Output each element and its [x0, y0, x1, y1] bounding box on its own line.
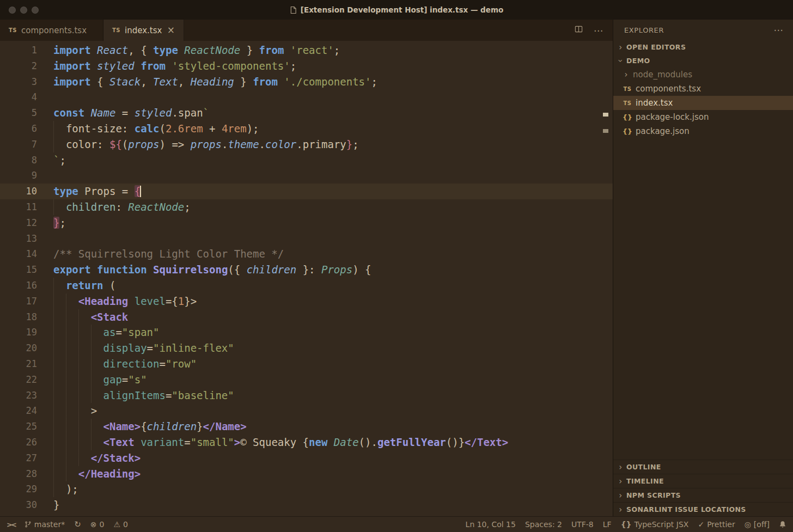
minimize-button[interactable] [20, 7, 27, 14]
code-line[interactable]: 22gap="s" [0, 372, 613, 388]
code-token: ) { [352, 264, 371, 276]
status-label: 0 [99, 520, 104, 529]
code-line[interactable]: 4 [0, 89, 613, 105]
split-editor-icon[interactable] [575, 25, 583, 35]
code-token: <Text [103, 436, 135, 448]
panel-sonarlint-issue-locations[interactable]: SONARLINT ISSUE LOCATIONS [613, 502, 793, 516]
status-sync-icon[interactable]: ↻ [74, 519, 81, 529]
panel-timeline[interactable]: TIMELINE [613, 474, 793, 488]
code-token: .span [172, 107, 203, 119]
file-tree-item-package-json[interactable]: {}package.json [613, 124, 793, 138]
code-line[interactable]: 17<Heading level={1}> [0, 293, 613, 309]
code-line-content: const Name = styled.span` [37, 105, 613, 121]
code-token [327, 436, 333, 448]
status-typescript-jsx[interactable]: {}TypeScript JSX [621, 520, 689, 529]
code-token: "small" [191, 436, 234, 448]
code-token: } [197, 420, 203, 432]
code-line-content: import { Stack, Text, Heading } from './… [37, 74, 613, 90]
indent-guides [53, 325, 103, 340]
panel-npm-scripts[interactable]: NPM SCRIPTS [613, 488, 793, 502]
indent-guides [53, 137, 66, 152]
code-line[interactable]: 5const Name = styled.span` [0, 105, 613, 121]
code-line[interactable]: 28</Heading> [0, 466, 613, 482]
code-line[interactable]: 23alignItems="baseline" [0, 388, 613, 403]
code-line[interactable]: 29); [0, 481, 613, 497]
status-master[interactable]: master* [25, 520, 65, 529]
code-line[interactable]: 2import styled from 'styled-components'; [0, 58, 613, 74]
more-actions-icon[interactable] [594, 25, 603, 36]
code-line[interactable]: 31 [0, 513, 613, 516]
code-line[interactable]: 25<Name>{children}</Name> [0, 419, 613, 435]
code-line-content: alignItems="baseline" [37, 388, 613, 403]
code-line[interactable]: 21direction="row" [0, 356, 613, 372]
code-line-content: `; [37, 152, 613, 168]
line-number: 15 [0, 262, 37, 278]
code-line[interactable]: 6font-size: calc(2.6rem + 4rem); [0, 121, 613, 137]
status-utf-8[interactable]: UTF-8 [571, 520, 594, 529]
code-line[interactable]: 27</Stack> [0, 450, 613, 466]
status-0[interactable]: ⚠0 [113, 520, 127, 529]
code-token [135, 60, 141, 72]
file-tree-item-package-lock-json[interactable]: {}package-lock.json [613, 110, 793, 124]
line-number: 30 [0, 497, 37, 513]
section-open-editors[interactable]: OPEN EDITORS [613, 40, 793, 54]
code-token: Props [84, 185, 115, 197]
tab-components-tsx[interactable]: components.tsx [0, 20, 103, 41]
file-tree-item-components-tsx[interactable]: TScomponents.tsx [613, 82, 793, 96]
code-token: ); [66, 483, 78, 495]
code-token: </Name> [203, 420, 247, 432]
code-line[interactable]: 9 [0, 168, 613, 184]
panel-outline[interactable]: OUTLINE [613, 460, 793, 474]
line-number: 13 [0, 231, 37, 247]
code-line-content: export function Squirrelsong({ children … [37, 262, 613, 278]
typescript-file-icon [112, 27, 120, 33]
code-line[interactable]: 30} [0, 497, 613, 513]
status-ln-10-col-15[interactable]: Ln 10, Col 15 [466, 520, 516, 529]
status-prettier[interactable]: ✓Prettier [698, 520, 735, 529]
code-line[interactable]: 3import { Stack, Text, Heading } from '.… [0, 74, 613, 90]
file-tree-item-node-modules[interactable]: node_modules [613, 68, 793, 82]
document-icon [290, 6, 297, 14]
explorer-more-actions-icon[interactable] [773, 25, 783, 35]
overview-ruler-mark [603, 113, 608, 117]
file-tree-item-index-tsx[interactable]: TSindex.tsx [613, 96, 793, 110]
status-0[interactable]: ⊗0 [90, 520, 105, 529]
code-token: props [128, 138, 159, 150]
tab-index-tsx[interactable]: index.tsx [103, 20, 184, 41]
status-spaces-2[interactable]: Spaces: 2 [525, 520, 562, 529]
code-line[interactable]: 14/** Squirrelsong Light Color Theme */ [0, 246, 613, 262]
status-off[interactable]: ◎[off] [745, 520, 770, 529]
status-label: Spaces: 2 [525, 520, 562, 529]
status-remote-icon[interactable]: >< [7, 521, 15, 529]
code-line[interactable]: 20display="inline-flex" [0, 340, 613, 356]
line-number: 31 [0, 513, 37, 516]
code-token: > [91, 405, 97, 417]
code-line[interactable]: 1import React, { type ReactNode } from '… [0, 42, 613, 58]
code-line[interactable]: 18<Stack [0, 309, 613, 325]
code-line[interactable]: 12}; [0, 215, 613, 231]
code-line[interactable]: 26<Text variant="small">© Squeaky {new D… [0, 435, 613, 450]
code-editor[interactable]: 1import React, { type ReactNode } from '… [0, 41, 613, 516]
code-line[interactable]: 15export function Squirrelsong({ childre… [0, 262, 613, 278]
code-line[interactable]: 13 [0, 231, 613, 247]
code-line[interactable]: 11children: ReactNode; [0, 199, 613, 215]
code-line[interactable]: 8`; [0, 152, 613, 168]
code-line[interactable]: 19as="span" [0, 325, 613, 340]
status-bell-icon[interactable] [779, 521, 786, 528]
code-token: ReactNode [128, 201, 184, 213]
code-line-content: color: ${(props) => props.theme.color.pr… [37, 137, 613, 152]
code-line[interactable]: 24> [0, 403, 613, 419]
tab-bar: components.tsx index.tsx [0, 20, 613, 41]
code-line[interactable]: 7color: ${(props) => props.theme.color.p… [0, 137, 613, 152]
close-tab-icon[interactable] [167, 26, 175, 35]
section-label: DEMO [626, 57, 650, 65]
code-token: import [53, 44, 91, 56]
zoom-button[interactable] [32, 7, 39, 14]
code-token: Text [153, 76, 178, 88]
code-line[interactable]: 10type Props = { [0, 184, 613, 199]
code-line[interactable]: 16return ( [0, 278, 613, 293]
section-demo[interactable]: DEMO [613, 54, 793, 68]
code-line-content: /** Squirrelsong Light Color Theme */ [37, 246, 613, 262]
close-button[interactable] [9, 7, 16, 14]
status-lf[interactable]: LF [603, 520, 612, 529]
